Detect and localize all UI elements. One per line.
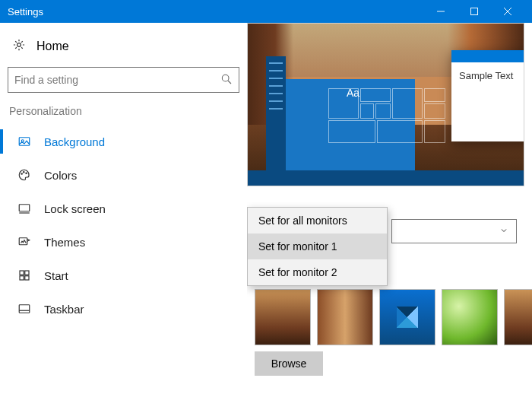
svg-rect-17	[20, 276, 24, 280]
picture-icon	[17, 135, 32, 148]
ctx-set-monitor-2[interactable]: Set for monitor 2	[248, 259, 387, 285]
svg-line-6	[228, 81, 231, 84]
themes-icon	[17, 235, 32, 249]
gear-icon	[12, 38, 26, 55]
search-icon	[220, 73, 233, 87]
svg-rect-15	[20, 271, 24, 275]
nav-label: Colors	[44, 169, 77, 182]
context-menu: Set for all monitors Set for monitor 1 S…	[247, 207, 388, 286]
palette-icon	[17, 168, 32, 182]
preview-sample-window: Sample Text	[451, 50, 524, 141]
svg-rect-16	[25, 271, 29, 275]
svg-point-9	[21, 173, 23, 175]
nav-colors[interactable]: Colors	[8, 158, 239, 192]
desktop-preview: Aa	[247, 23, 524, 186]
svg-rect-1	[471, 8, 478, 15]
nav-label: Themes	[44, 236, 85, 249]
nav-label: Background	[44, 135, 105, 148]
window-title: Settings	[8, 6, 424, 17]
maximize-button[interactable]	[458, 0, 491, 23]
thumbnail-2[interactable]	[317, 289, 373, 345]
nav-label: Taskbar	[44, 303, 84, 316]
svg-point-10	[24, 172, 25, 173]
ctx-set-all[interactable]: Set for all monitors	[248, 208, 387, 234]
svg-rect-19	[19, 305, 30, 313]
nav-background[interactable]: Background	[8, 125, 239, 158]
home-nav[interactable]: Home	[8, 33, 239, 64]
nav-label: Start	[44, 269, 68, 282]
thumbnail-1[interactable]	[255, 289, 311, 345]
thumbnail-5[interactable]	[504, 289, 532, 345]
svg-rect-14	[19, 238, 27, 245]
start-icon	[17, 268, 32, 282]
svg-rect-18	[25, 276, 29, 280]
home-label: Home	[36, 40, 69, 53]
svg-rect-12	[19, 205, 30, 211]
sidebar: Home Personalization Background	[0, 23, 247, 394]
nav-label: Lock screen	[44, 202, 106, 215]
ctx-set-monitor-1[interactable]: Set for monitor 1	[248, 234, 387, 259]
sample-text: Sample Text	[451, 62, 524, 89]
svg-point-11	[26, 173, 27, 174]
thumbnail-4[interactable]	[442, 289, 498, 345]
taskbar-icon	[17, 302, 32, 316]
svg-point-5	[222, 75, 229, 81]
nav-themes[interactable]: Themes	[8, 225, 239, 259]
thumbnail-3[interactable]	[379, 289, 435, 345]
content-area: Aa	[247, 23, 532, 394]
close-button[interactable]	[491, 0, 524, 23]
titlebar: Settings	[0, 0, 532, 23]
nav-start[interactable]: Start	[8, 259, 239, 292]
minimize-button[interactable]	[424, 0, 458, 23]
lockscreen-icon	[17, 202, 32, 215]
nav-lockscreen[interactable]: Lock screen	[8, 192, 239, 225]
background-dropdown[interactable]	[391, 219, 517, 243]
picture-thumbnails	[255, 289, 532, 345]
svg-point-4	[17, 43, 21, 47]
chevron-down-icon	[499, 225, 508, 237]
search-input[interactable]	[14, 74, 220, 86]
settings-window: Settings Home	[0, 0, 532, 394]
browse-button[interactable]: Browse	[255, 351, 323, 376]
category-label: Personalization	[8, 100, 239, 125]
search-box[interactable]	[8, 67, 239, 93]
nav-taskbar[interactable]: Taskbar	[8, 292, 239, 326]
